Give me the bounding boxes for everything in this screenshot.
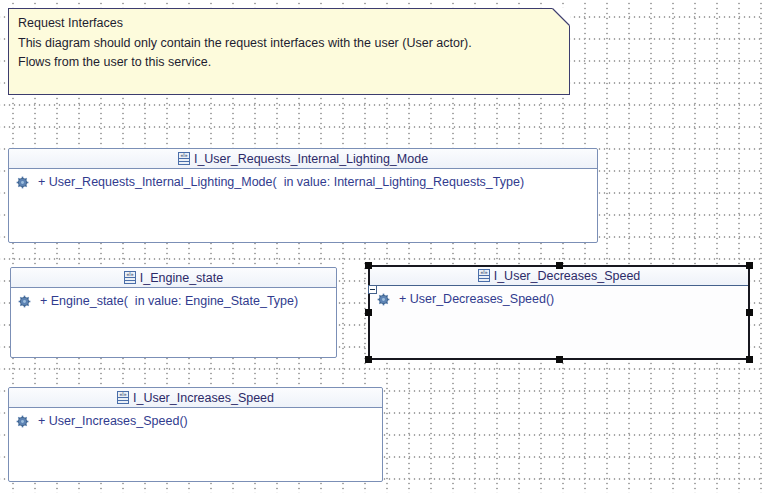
- operation-row[interactable]: + Engine_state( in value: Engine_State_T…: [11, 288, 336, 308]
- note-line-title: Request Interfaces: [18, 14, 545, 34]
- interface-name: I_User_Increases_Speed: [133, 391, 274, 405]
- svg-text:«I»: «I»: [126, 271, 133, 277]
- operation-gear-icon: [16, 415, 29, 428]
- interface-box-i-user-increases-speed[interactable]: «I» I_User_Increases_Speed + User_: [8, 387, 383, 482]
- operation-gear-icon: [16, 176, 29, 189]
- interface-icon: «I»: [124, 271, 136, 284]
- operation-signature: + Engine_state( in value: Engine_State_T…: [40, 294, 298, 308]
- interface-name: I_User_Decreases_Speed: [494, 269, 641, 283]
- interface-name: I_User_Requests_Internal_Lighting_Mode: [194, 152, 428, 166]
- resize-handle-middle-left[interactable]: [365, 309, 372, 316]
- note-fold-corner-icon: [552, 8, 570, 26]
- operation-gear-icon: [18, 295, 31, 308]
- operation-signature: + User_Requests_Internal_Lighting_Mode( …: [38, 175, 524, 189]
- operation-gear-icon: [377, 293, 390, 306]
- svg-text:«I»: «I»: [119, 391, 126, 397]
- collapse-compartment-toggle[interactable]: [368, 285, 377, 294]
- resize-handle-top-middle[interactable]: [556, 262, 563, 269]
- operation-signature: + User_Increases_Speed(): [38, 414, 188, 428]
- resize-handle-bottom-middle[interactable]: [556, 356, 563, 363]
- interface-header: «I» I_User_Decreases_Speed: [370, 267, 748, 286]
- diagram-canvas[interactable]: Request Interfaces This diagram should o…: [0, 0, 762, 493]
- note-element[interactable]: Request Interfaces This diagram should o…: [8, 8, 570, 95]
- resize-handle-top-right[interactable]: [746, 262, 753, 269]
- svg-text:«I»: «I»: [180, 152, 187, 158]
- note-line-body2: Flows from the user to this service.: [18, 53, 545, 73]
- resize-handle-bottom-right[interactable]: [746, 356, 753, 363]
- interface-header: «I» I_User_Requests_Internal_Lighting_Mo…: [9, 149, 597, 169]
- resize-handle-top-left[interactable]: [365, 262, 372, 269]
- interface-box-i-user-requests-internal-lighting-mode[interactable]: «I» I_User_Requests_Internal_Lighting_Mo…: [8, 148, 598, 243]
- resize-handle-middle-right[interactable]: [746, 309, 753, 316]
- operation-row[interactable]: + User_Increases_Speed(): [9, 408, 382, 428]
- note-line-body1: This diagram should only contain the req…: [18, 34, 545, 54]
- interface-icon: «I»: [117, 391, 129, 404]
- operation-row[interactable]: + User_Decreases_Speed(): [370, 286, 748, 306]
- interface-box-i-user-decreases-speed[interactable]: «I» I_User_Decreases_Speed + User_: [368, 265, 750, 360]
- interface-box-i-engine-state[interactable]: «I» I_Engine_state + Engine_state(: [10, 267, 337, 358]
- operation-signature: + User_Decreases_Speed(): [399, 292, 554, 306]
- interface-name: I_Engine_state: [140, 271, 223, 285]
- operation-row[interactable]: + User_Requests_Internal_Lighting_Mode( …: [9, 169, 597, 189]
- resize-handle-bottom-left[interactable]: [365, 356, 372, 363]
- interface-icon: «I»: [178, 152, 190, 165]
- svg-text:«I»: «I»: [480, 269, 487, 275]
- interface-header: «I» I_User_Increases_Speed: [9, 388, 382, 408]
- interface-icon: «I»: [478, 269, 490, 282]
- interface-header: «I» I_Engine_state: [11, 268, 336, 288]
